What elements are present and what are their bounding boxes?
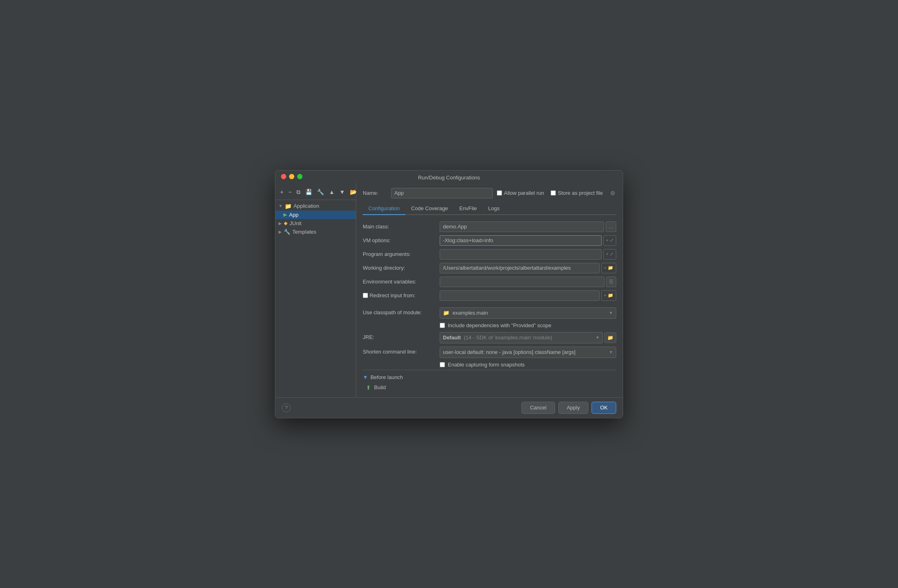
tree-item-junit[interactable]: ▶ ◆ JUnit [275,219,356,228]
capture-snapshots-row: Enable capturing form snapshots [440,360,616,370]
before-launch-header: ▼ Before launch [363,374,616,380]
vm-options-control: + ⤢ [440,234,616,247]
store-as-project-label[interactable]: Store as project file [551,190,603,196]
working-dir-control: + 📁 [440,261,616,275]
tab-configuration[interactable]: Configuration [363,202,405,215]
form-grid: Main class: … VM options: + ⤢ Program [363,220,616,370]
working-dir-input[interactable] [440,263,600,273]
tab-code-coverage[interactable]: Code Coverage [405,202,453,215]
working-dir-label: Working directory: [363,261,440,275]
app-config-icon: ▶ [283,212,287,217]
classpath-value: 📁 examples.main [443,310,488,316]
main-class-label: Main class: [363,220,440,234]
sidebar-tree: ▼ 📁 Application ▶ App ▶ ◆ JUnit ▶ [275,200,356,394]
tab-envfile[interactable]: EnvFile [453,202,482,215]
redirect-input-input[interactable] [440,290,600,301]
shorten-cmd-arrow-icon: ▼ [609,350,613,354]
action-buttons: Cancel Apply OK [521,402,616,414]
jre-control: Default (14 - SDK of 'examples.main' mod… [440,330,616,345]
move-up-button[interactable]: ▲ [327,188,336,196]
tree-label-application: Application [294,203,319,209]
allow-parallel-label[interactable]: Allow parallel run [497,190,544,196]
ok-button[interactable]: OK [592,402,616,414]
before-launch-section: ▼ Before launch ⬆ Build [363,370,616,392]
sidebar-toolbar: + − ⧉ 💾 🔧 ▲ ▼ 📂 ⇅ [275,186,356,200]
gear-button[interactable]: ⚙ [609,190,616,196]
shorten-cmd-value: user-local default: none - java [options… [443,349,575,355]
redirect-input-expand-button[interactable]: + 📁 [601,290,616,301]
top-checkboxes: Allow parallel run Store as project file… [497,190,616,196]
configuration-content: Main class: … VM options: + ⤢ Program [363,220,616,392]
spacer-include-deps [363,320,440,330]
jre-detail: (14 - SDK of 'examples.main' module) [464,334,552,341]
name-input[interactable] [391,188,493,198]
jre-dropdown[interactable]: Default (14 - SDK of 'examples.main' mod… [440,332,603,343]
jre-label: JRE: [363,330,440,344]
tree-item-application[interactable]: ▼ 📁 Application [275,202,356,211]
store-as-project-checkbox[interactable] [551,190,556,196]
vm-options-expand-button[interactable]: + ⤢ [603,235,616,246]
cancel-button[interactable]: Cancel [521,402,555,414]
before-launch-title: Before launch [370,374,403,380]
include-deps-row: Include dependencies with "Provided" sco… [440,320,616,330]
apply-button[interactable]: Apply [558,402,589,414]
copy-config-button[interactable]: ⧉ [295,188,302,196]
redirect-input-checkbox[interactable] [363,293,368,298]
classpath-icon: 📁 [443,310,449,316]
jre-browse-button[interactable]: 📁 [604,332,616,343]
close-button[interactable] [281,174,286,179]
chevron-down-icon: ▼ [279,204,283,208]
move-down-button[interactable]: ▼ [338,188,347,196]
jre-dropdown-arrow-icon: ▼ [596,335,600,340]
dialog-body: + − ⧉ 💾 🔧 ▲ ▼ 📂 ⇅ ▼ 📁 Application [275,183,623,397]
vm-options-label: VM options: [363,234,440,247]
tree-item-app[interactable]: ▶ App [275,211,356,219]
redirect-input-label: Redirect input from: [363,289,440,303]
program-args-expand-button[interactable]: + ⤢ [603,249,616,260]
bottom-bar: ? Cancel Apply OK [275,397,623,418]
classpath-dropdown[interactable]: 📁 examples.main ▼ [440,307,616,319]
dropdown-arrow-icon: ▼ [609,311,613,315]
program-args-label: Program arguments: [363,247,440,261]
chevron-right-icon-templates: ▶ [279,230,282,234]
chevron-right-icon: ▶ [279,221,282,226]
allow-parallel-checkbox[interactable] [497,190,502,196]
window-title: Run/Debug Configurations [418,175,480,181]
minimize-button[interactable] [289,174,294,179]
build-item: ⬆ Build [363,383,616,392]
title-bar: Run/Debug Configurations [275,170,623,183]
tab-logs[interactable]: Logs [483,202,505,215]
vm-options-input[interactable] [440,235,602,246]
tree-label-templates: Templates [292,229,316,235]
folder-icon: 📁 [285,203,292,209]
env-vars-control: ☰ [440,275,616,289]
name-row: Name: Allow parallel run Store as projec… [363,188,616,198]
env-vars-label: Environment variables: [363,275,440,289]
main-class-input[interactable] [440,222,604,232]
tree-label-junit: JUnit [289,220,302,226]
env-vars-input[interactable] [440,277,604,287]
wrench-button[interactable]: 🔧 [315,188,326,196]
include-deps-checkbox[interactable] [440,323,445,328]
shorten-cmd-dropdown[interactable]: user-local default: none - java [options… [440,347,616,358]
traffic-lights [281,174,302,179]
main-class-control: … [440,220,616,234]
env-vars-browse-button[interactable]: ☰ [606,277,616,287]
name-field-label: Name: [363,190,387,196]
capture-snapshots-checkbox[interactable] [440,362,445,367]
add-config-button[interactable]: + [279,188,285,196]
tree-item-templates[interactable]: ▶ 🔧 Templates [275,228,356,236]
browse-main-class-button[interactable]: … [606,222,616,232]
working-dir-expand-button[interactable]: + 📁 [601,263,616,273]
build-label: Build [374,384,386,390]
before-launch-collapse-icon[interactable]: ▼ [363,374,368,380]
save-config-button[interactable]: 💾 [304,188,314,196]
build-icon: ⬆ [366,384,371,391]
maximize-button[interactable] [297,174,302,179]
program-args-input[interactable] [440,249,602,260]
capture-snapshots-label: Enable capturing form snapshots [448,362,525,368]
help-button[interactable]: ? [282,403,291,412]
remove-config-button[interactable]: − [287,188,293,196]
shorten-cmd-label: Shorten command line: [363,345,440,359]
separator [363,303,616,306]
